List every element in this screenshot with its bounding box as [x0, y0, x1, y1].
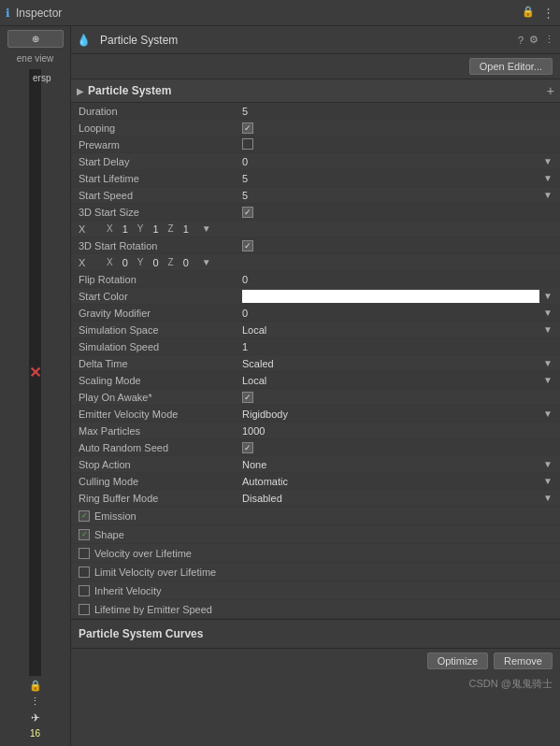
xyz-size-row: X 1 Y 1 Z 1 ▼ — [107, 223, 553, 235]
xyz-size-x[interactable]: 1 — [117, 223, 134, 235]
value-simulation-space[interactable]: Local ▼ — [242, 324, 553, 336]
airplane-icon[interactable]: ✈ — [31, 711, 40, 724]
value-start-lifetime[interactable]: 5 ▼ — [242, 173, 553, 184]
color-swatch[interactable] — [242, 290, 539, 303]
dropdown-ring-buffer-mode[interactable]: Disabled ▼ — [242, 493, 553, 504]
limit-velocity-section[interactable]: Limit Velocity over Lifetime — [71, 563, 560, 581]
label-start-speed: Start Speed — [79, 190, 242, 201]
value-3d-start-size[interactable]: ✓ — [242, 206, 553, 218]
toolbar-row: 💧 Particle System ? ⚙ ⋮ — [71, 26, 560, 54]
value-ring-buffer-mode[interactable]: Disabled ▼ — [242, 493, 553, 504]
dropdown-stop-action[interactable]: None ▼ — [242, 459, 553, 470]
label-xyz-size: X — [79, 223, 107, 235]
3d-start-rotation-checkbox[interactable]: ✓ — [242, 240, 253, 251]
value-looping[interactable]: ✓ — [242, 122, 553, 134]
label-flip-rotation: Flip Rotation — [79, 274, 242, 285]
open-editor-button[interactable]: Open Editor... — [469, 58, 553, 75]
sidebar-view-button[interactable]: ⊕ — [7, 30, 64, 48]
value-3d-start-rotation[interactable]: ✓ — [242, 239, 553, 251]
chevron-down-icon: ▼ — [543, 156, 553, 166]
lock-icon[interactable]: 🔒 — [522, 6, 535, 20]
header-icons: 🔒 ⋮ — [522, 6, 554, 20]
optimize-button[interactable]: Optimize — [427, 653, 488, 669]
chevron-down-icon: ▼ — [543, 459, 553, 469]
prop-start-delay: Start Delay 0 ▼ — [71, 153, 560, 170]
looping-checkbox[interactable]: ✓ — [242, 122, 253, 134]
color-row[interactable]: ▼ — [242, 290, 553, 303]
remove-button[interactable]: Remove — [494, 653, 553, 669]
lifetime-by-emitter-speed-section[interactable]: Lifetime by Emitter Speed — [71, 600, 560, 619]
value-duration[interactable]: 5 — [242, 106, 553, 117]
value-start-color[interactable]: ▼ — [242, 290, 553, 303]
value-play-on-awake[interactable]: ✓ — [242, 391, 553, 403]
play-on-awake-checkbox[interactable]: ✓ — [242, 392, 253, 403]
velocity-over-lifetime-section[interactable]: Velocity over Lifetime — [71, 544, 560, 563]
emission-section[interactable]: ✓ Emission — [71, 507, 560, 525]
prewarm-checkbox[interactable] — [242, 138, 253, 150]
prop-3d-start-rotation: 3D Start Rotation ✓ — [71, 237, 560, 254]
dropdown-delta-time[interactable]: Scaled ▼ — [242, 358, 553, 369]
label-start-delay: Start Delay — [79, 156, 242, 167]
auto-random-seed-checkbox[interactable]: ✓ — [242, 442, 253, 453]
dropdown-start-delay[interactable]: 0 ▼ — [242, 156, 553, 167]
lock-bottom-icon[interactable]: 🔒 — [29, 680, 42, 692]
chevron-down-icon: ▼ — [543, 409, 553, 419]
label-start-color: Start Color — [79, 291, 242, 302]
lifetime-by-emitter-speed-checkbox[interactable] — [79, 604, 90, 615]
toolbar-right: ? ⚙ ⋮ — [518, 34, 554, 46]
label-duration: Duration — [79, 106, 242, 117]
xyz-rot-z[interactable]: 0 — [178, 257, 194, 268]
particle-system-section-header[interactable]: ▶ Particle System + — [71, 79, 560, 103]
xyz-rot-x[interactable]: 0 — [117, 257, 134, 268]
chevron-down-icon: ▼ — [543, 375, 553, 385]
prop-stop-action: Stop Action None ▼ — [71, 456, 560, 473]
value-simulation-speed[interactable]: 1 — [242, 341, 553, 352]
dots-bottom-icon[interactable]: ⋮ — [30, 696, 40, 708]
value-scaling-mode[interactable]: Local ▼ — [242, 375, 553, 386]
dropdown-culling-mode[interactable]: Automatic ▼ — [242, 476, 553, 487]
dropdown-emitter-velocity-mode[interactable]: Rigidbody ▼ — [242, 409, 553, 420]
xyz-size-z[interactable]: 1 — [178, 223, 194, 235]
chevron-down-icon: ▼ — [543, 308, 553, 318]
value-flip-rotation[interactable]: 0 — [242, 274, 553, 285]
open-editor-row: Open Editor... — [71, 54, 560, 79]
chevron-down-icon: ▼ — [543, 190, 553, 200]
dropdown-start-lifetime[interactable]: 5 ▼ — [242, 173, 553, 184]
inherit-velocity-section[interactable]: Inherit Velocity — [71, 581, 560, 600]
chevron-down-icon: ▼ — [543, 291, 553, 301]
dropdown-simulation-space[interactable]: Local ▼ — [242, 324, 553, 336]
velocity-over-lifetime-label: Velocity over Lifetime — [94, 548, 192, 559]
shape-section[interactable]: ✓ Shape — [71, 525, 560, 544]
inherit-velocity-checkbox[interactable] — [79, 585, 90, 596]
value-gravity-modifier[interactable]: 0 ▼ — [242, 308, 553, 319]
value-emitter-velocity-mode[interactable]: Rigidbody ▼ — [242, 409, 553, 420]
emission-checkbox[interactable]: ✓ — [79, 510, 90, 522]
dots-menu-icon[interactable]: ⋮ — [542, 6, 554, 20]
prop-play-on-awake: Play On Awake* ✓ — [71, 389, 560, 406]
value-culling-mode[interactable]: Automatic ▼ — [242, 476, 553, 487]
help-icon[interactable]: ? — [518, 35, 524, 46]
label-xyz-rotation: X — [79, 257, 107, 268]
value-delta-time[interactable]: Scaled ▼ — [242, 358, 553, 369]
particle-icon: 💧 — [77, 34, 91, 47]
dropdown-start-speed[interactable]: 5 ▼ — [242, 190, 553, 201]
value-stop-action[interactable]: None ▼ — [242, 459, 553, 470]
3d-start-size-checkbox[interactable]: ✓ — [242, 207, 253, 218]
value-max-particles[interactable]: 1000 — [242, 425, 553, 437]
shape-checkbox[interactable]: ✓ — [79, 529, 90, 540]
xyz-size-y[interactable]: 1 — [147, 223, 164, 235]
x-marker: ✕ — [29, 364, 41, 381]
value-start-speed[interactable]: 5 ▼ — [242, 190, 553, 201]
scene-label: ene view — [15, 51, 55, 65]
settings-icon[interactable]: ⚙ — [529, 34, 538, 46]
velocity-over-lifetime-checkbox[interactable] — [79, 548, 90, 559]
value-prewarm[interactable] — [242, 138, 553, 151]
section-plus[interactable]: + — [547, 83, 554, 98]
menu-icon[interactable]: ⋮ — [544, 34, 554, 46]
value-start-delay[interactable]: 0 ▼ — [242, 156, 553, 167]
dropdown-scaling-mode[interactable]: Local ▼ — [242, 375, 553, 386]
limit-velocity-checkbox[interactable] — [79, 567, 90, 578]
dropdown-gravity-modifier[interactable]: 0 ▼ — [242, 308, 553, 319]
xyz-rot-y[interactable]: 0 — [147, 257, 164, 268]
value-auto-random-seed[interactable]: ✓ — [242, 441, 553, 453]
